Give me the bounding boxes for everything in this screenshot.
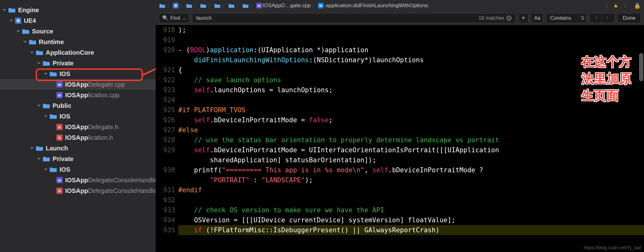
tree-item[interactable]: Private [0,154,156,164]
folder-icon[interactable] [200,3,207,8]
tree-item[interactable]: Private [0,58,156,68]
find-mode-select[interactable]: 🔍 Find ⌄ [159,13,190,23]
search-icon: 🔍 [162,15,169,21]
folder-icon [49,166,57,173]
line-number: 926 [156,115,175,125]
tree-item[interactable]: Public [0,100,156,111]
tree-item[interactable]: mIOSApplication.cpp [0,90,156,100]
tree-item-label: IOS [60,113,70,120]
code-line[interactable]: printf("========= This app is in %s mode… [178,165,644,175]
nav-forward-button[interactable]: 〉 [623,2,630,9]
folder-icon [43,60,50,66]
code-line[interactable]: "PORTRAIT" : "LANDSCAPE"); [178,175,644,185]
tree-item[interactable]: Launch [0,143,156,154]
done-button[interactable]: Done [617,13,641,23]
line-number: 920 [156,45,175,55]
chevron-down-icon [51,82,55,87]
line-number: 929 [156,145,175,155]
chevron-down-icon[interactable] [44,167,48,172]
tree-item[interactable]: mIOSAppDelegateConsoleHandlin... [0,175,156,185]
tree-item[interactable]: hIOSAppDelegateConsoleHandlin... [0,185,156,196]
vertical-scrollbar[interactable] [639,53,643,81]
breadcrumb-method[interactable]: -application:didFinishLaunchingWithOptio… [324,3,429,9]
chevron-down-icon[interactable] [16,29,21,33]
match-count: 18 matches [479,15,505,21]
find-input[interactable] [196,15,479,21]
tree-item[interactable]: hIOSAppDelegate.h [0,122,156,132]
code-line[interactable]: - (BOOL)application:(UIApplication *)app… [178,45,644,55]
code-line[interactable]: if (!FPlatformMisc::IsDebuggerPresent() … [178,225,644,235]
tree-item[interactable]: Runtime [0,37,156,47]
folder-icon[interactable] [228,3,235,8]
add-search-button[interactable]: + [518,13,528,23]
chevron-down-icon[interactable] [37,103,41,108]
cpp-file-icon: m [56,177,63,183]
code-line[interactable]: OSVersion = [[[UIDevice currentDevice] s… [178,215,644,225]
chevron-down-icon[interactable] [37,157,41,161]
code-line[interactable]: sharedApplication] statusBarOrientation]… [178,155,644,165]
chevron-down-icon[interactable] [44,72,48,76]
chevron-down-icon[interactable] [30,50,34,55]
tree-item[interactable]: IOS [0,68,156,79]
match-mode-select[interactable]: Contains ⇅ [546,13,587,23]
folder-icon [49,113,57,119]
code-line[interactable]: self.bDeviceInPortraitMode = UIInterface… [178,145,644,155]
chevron-down-icon [51,189,55,193]
chevron-down-icon[interactable] [37,61,41,65]
folder-icon [49,71,57,77]
tree-item-label: Private [53,60,74,67]
find-next-button[interactable]: 〉 [602,13,615,23]
code-content[interactable]: ); - (BOOL)application:(UIApplication *)… [178,25,644,252]
chevron-down-icon[interactable] [9,18,14,23]
find-input-wrapper: 18 matches ✕ [192,13,516,23]
chevron-down-icon[interactable] [30,146,34,150]
case-sensitive-button[interactable]: Aa [531,13,543,23]
code-line[interactable] [178,195,644,205]
tree-item[interactable]: ApplicationCore [0,47,156,58]
chevron-down-icon[interactable] [3,8,7,12]
code-line[interactable]: // check OS version to make sure we have… [178,205,644,215]
warning-icon[interactable]: ▲ [612,2,620,9]
code-line[interactable]: #endif [178,185,644,195]
code-line[interactable]: #if PLATFORM_TVOS [178,105,644,115]
code-line[interactable]: #else [178,125,644,135]
tree-item[interactable]: Source [0,26,156,37]
code-line[interactable]: // save launch options [178,75,644,85]
method-icon: M [318,3,324,8]
code-line[interactable]: self.bDeviceInPortraitMode = false; [178,115,644,125]
breadcrumb-file[interactable]: IOSAppD…gate.cpp [262,3,311,9]
line-number: 933 [156,205,175,215]
tree-item[interactable]: hIOSApplication.h [0,132,156,143]
folder-icon[interactable] [159,3,166,8]
code-line[interactable] [178,35,644,45]
ue-icon: ⚙ [15,18,21,24]
chevron-down-icon: ⌄ [182,15,186,21]
code-line[interactable]: self.launchOptions = launchOptions; [178,85,644,95]
tree-item-label: Runtime [39,38,64,46]
code-line[interactable]: { [178,65,644,75]
tree-item[interactable]: Engine [0,5,156,15]
folder-icon[interactable] [214,3,221,8]
code-line[interactable] [178,95,644,105]
line-number [156,155,175,165]
folder-icon[interactable] [186,3,193,8]
tree-item[interactable]: ⚙UE4 [0,15,156,26]
folder-icon [29,39,36,45]
tree-item[interactable]: IOS [0,164,156,175]
tree-item[interactable]: mIOSAppDelegate.cpp [0,79,156,90]
tree-item[interactable]: IOS [0,111,156,122]
chevron-down-icon [51,125,55,129]
chevron-down-icon[interactable] [44,114,48,118]
ue-icon[interactable]: ⚙ [173,3,179,8]
folder-icon[interactable] [242,3,249,8]
code-line[interactable]: didFinishLaunchingWithOptions:(NSDiction… [178,55,644,65]
editor-pane: 〉 ⚙ 〉 〉 〉 〉 〉 〉 m IOSAppD…gate.cpp 〉 M -… [156,0,644,252]
find-prev-button[interactable]: 〈 [589,13,602,23]
chevron-down-icon[interactable] [23,40,28,44]
nav-back-button[interactable]: 〈 [601,2,609,9]
code-line[interactable]: // use the status bar orientation to pro… [178,135,644,145]
code-line[interactable]: ); [178,25,644,35]
breadcrumb-separator: 〉 [167,2,172,9]
clear-icon[interactable]: ✕ [506,15,512,21]
code-editor[interactable]: 9189199209219229239249259269279289299309… [156,25,644,252]
